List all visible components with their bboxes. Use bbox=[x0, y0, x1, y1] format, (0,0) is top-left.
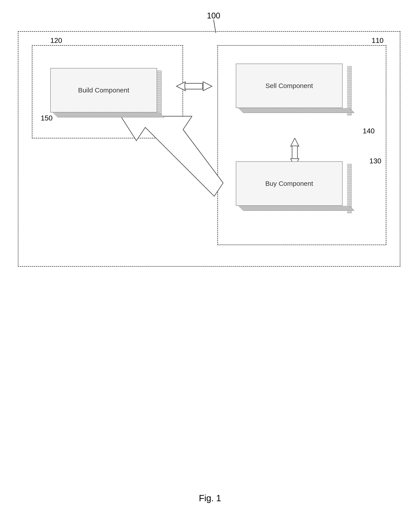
page: 100 110 Sell Component 140 bbox=[0, 0, 420, 521]
label-150: 150 bbox=[41, 114, 52, 122]
right-box: 110 Sell Component 140 bbox=[217, 45, 386, 245]
svg-rect-2 bbox=[292, 146, 297, 159]
buy-box-front: Buy Component bbox=[236, 161, 343, 206]
build-component-container: Build Component bbox=[50, 68, 157, 117]
build-component-box: Build Component bbox=[50, 68, 157, 117]
svg-rect-5 bbox=[185, 83, 203, 89]
sell-component-container: Sell Component bbox=[236, 64, 347, 113]
buy-component-label: Buy Component bbox=[265, 180, 313, 187]
build-box-bottom bbox=[53, 112, 165, 117]
build-component-label: Build Component bbox=[78, 87, 129, 94]
label-140: 140 bbox=[363, 127, 375, 135]
buy-component-box: Buy Component bbox=[236, 161, 347, 211]
label-120: 120 bbox=[50, 37, 62, 45]
left-box: 120 Build Component bbox=[32, 45, 183, 139]
sell-box-front: Sell Component bbox=[236, 64, 343, 108]
buy-box-bottom bbox=[238, 206, 354, 211]
buy-component-container: Buy Component bbox=[236, 161, 347, 211]
main-diagram-box: 110 Sell Component 140 bbox=[18, 31, 400, 267]
build-box-front: Build Component bbox=[50, 68, 157, 112]
label-130: 130 bbox=[369, 157, 381, 165]
sell-component-box: Sell Component bbox=[236, 64, 347, 113]
svg-marker-1 bbox=[291, 138, 299, 146]
label-110: 110 bbox=[372, 37, 383, 45]
sell-box-bottom bbox=[238, 108, 354, 113]
label-100: 100 bbox=[207, 11, 220, 21]
sell-component-label: Sell Component bbox=[265, 82, 313, 90]
svg-marker-6 bbox=[203, 82, 212, 91]
svg-line-0 bbox=[214, 20, 216, 33]
figure-label: Fig. 1 bbox=[199, 493, 221, 503]
